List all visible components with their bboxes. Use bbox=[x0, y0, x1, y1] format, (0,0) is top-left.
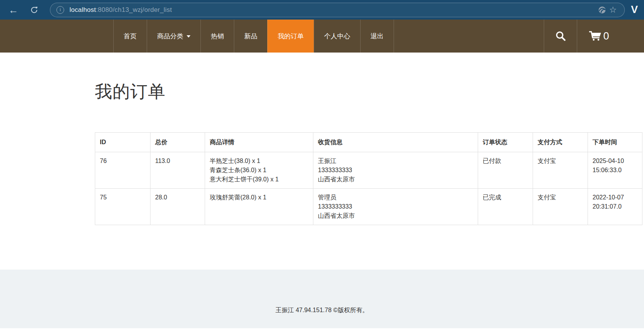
order-payment: 支付宝 bbox=[533, 189, 588, 225]
browser-reload-button[interactable] bbox=[28, 4, 40, 16]
order-item-line: 玫瑰舒芙蕾(28.0) x 1 bbox=[210, 193, 308, 202]
col-header-items: 商品详情 bbox=[205, 133, 313, 152]
url-host: localhost bbox=[70, 6, 96, 13]
order-items: 玫瑰舒芙蕾(28.0) x 1 bbox=[205, 189, 313, 225]
reload-icon bbox=[30, 6, 38, 14]
copyright-text: 王振江 47.94.151.78 ©版权所有。 bbox=[0, 270, 644, 314]
order-clock: 15:06:33.0 bbox=[593, 166, 637, 175]
order-row: 75 28.0 玫瑰舒芙蕾(28.0) x 1 管理员 1333333333 山… bbox=[95, 189, 642, 225]
search-icon bbox=[555, 30, 566, 42]
nav-item-home[interactable]: 首页 bbox=[113, 20, 147, 53]
nav-item-new[interactable]: 新品 bbox=[234, 20, 267, 53]
bottom-strip bbox=[0, 328, 644, 334]
nav-label: 首页 bbox=[124, 32, 137, 41]
nav-item-my-orders[interactable]: 我的订单 bbox=[267, 20, 314, 53]
bookmark-star-icon[interactable]: ☆ bbox=[608, 5, 618, 15]
order-status: 已付款 bbox=[478, 152, 533, 189]
cart-icon bbox=[589, 30, 603, 42]
back-arrow-icon: ← bbox=[8, 5, 18, 15]
col-header-time: 下单时间 bbox=[588, 133, 642, 152]
receiver-phone: 1333333333 bbox=[318, 166, 473, 175]
caret-down-icon bbox=[187, 35, 190, 39]
col-header-payment: 支付方式 bbox=[533, 133, 588, 152]
order-date: 2025-04-10 bbox=[593, 156, 637, 166]
browser-toolbar: ← i localhost:8080/ch13_wzj/order_list ☆… bbox=[0, 0, 644, 20]
orders-header-row: ID 总价 商品详情 收货信息 订单状态 支付方式 下单时间 bbox=[95, 133, 642, 152]
address-bar[interactable]: i localhost:8080/ch13_wzj/order_list ☆ bbox=[50, 3, 625, 17]
nav-item-hot[interactable]: 热销 bbox=[200, 20, 234, 53]
order-id: 76 bbox=[95, 152, 151, 189]
order-time: 2025-04-10 15:06:33.0 bbox=[588, 152, 642, 189]
receiver-name: 王振江 bbox=[318, 156, 473, 166]
order-time: 2022-10-07 20:31:07.0 bbox=[588, 189, 642, 225]
page-title: 我的订单 bbox=[95, 53, 642, 103]
browser-back-button[interactable]: ← bbox=[8, 4, 19, 16]
col-header-status: 订单状态 bbox=[478, 133, 533, 152]
nav-item-profile[interactable]: 个人中心 bbox=[314, 20, 360, 53]
order-total: 113.0 bbox=[151, 152, 205, 189]
nav-label: 新品 bbox=[244, 32, 257, 41]
search-button[interactable] bbox=[544, 20, 577, 53]
nav-label: 个人中心 bbox=[324, 32, 350, 41]
order-row: 76 113.0 半熟芝士(38.0) x 1 青森芝士条(36.0) x 1 … bbox=[95, 152, 642, 189]
page-url: localhost:8080/ch13_wzj/order_list bbox=[70, 6, 172, 14]
extension-swirl-icon[interactable] bbox=[597, 5, 608, 15]
nav-label: 退出 bbox=[371, 32, 384, 41]
orders-table: ID 总价 商品详情 收货信息 订单状态 支付方式 下单时间 76 113.0 … bbox=[95, 132, 642, 225]
order-clock: 20:31:07.0 bbox=[593, 202, 637, 211]
cart-button[interactable]: 0 bbox=[577, 20, 644, 53]
order-payment: 支付宝 bbox=[533, 152, 588, 189]
order-item-line: 青森芝士条(36.0) x 1 bbox=[210, 166, 308, 175]
order-item-line: 半熟芝士(38.0) x 1 bbox=[210, 156, 308, 166]
order-receiver: 王振江 1333333333 山西省太原市 bbox=[313, 152, 478, 189]
order-total: 28.0 bbox=[151, 189, 205, 225]
nav-item-logout[interactable]: 退出 bbox=[360, 20, 394, 53]
nav-item-categories[interactable]: 商品分类 bbox=[147, 20, 200, 53]
page-footer: 王振江 47.94.151.78 ©版权所有。 bbox=[0, 270, 644, 328]
order-status: 已完成 bbox=[478, 189, 533, 225]
receiver-address: 山西省太原市 bbox=[318, 211, 473, 220]
col-header-id: ID bbox=[95, 133, 151, 152]
order-item-line: 意大利芝士饼干(39.0) x 1 bbox=[210, 175, 308, 184]
url-path: :8080/ch13_wzj/order_list bbox=[96, 6, 172, 13]
col-header-total: 总价 bbox=[151, 133, 205, 152]
col-header-receiver: 收货信息 bbox=[313, 133, 478, 152]
order-receiver: 管理员 1333333333 山西省太原市 bbox=[313, 189, 478, 225]
order-date: 2022-10-07 bbox=[593, 193, 637, 202]
receiver-phone: 1333333333 bbox=[318, 202, 473, 211]
cart-count-badge: 0 bbox=[603, 31, 609, 41]
order-items: 半熟芝士(38.0) x 1 青森芝士条(36.0) x 1 意大利芝士饼干(3… bbox=[205, 152, 313, 189]
site-info-icon[interactable]: i bbox=[56, 6, 64, 14]
nav-label: 热销 bbox=[211, 32, 224, 41]
receiver-name: 管理员 bbox=[318, 193, 473, 202]
browser-logo: V bbox=[625, 4, 644, 16]
main-navbar: 首页 商品分类 热销 新品 我的订单 个人中心 退出 bbox=[0, 20, 644, 53]
order-id: 75 bbox=[95, 189, 151, 225]
receiver-address: 山西省太原市 bbox=[318, 175, 473, 184]
main-content: 我的订单 ID 总价 商品详情 收货信息 订单状态 支付方式 下单时间 bbox=[0, 53, 644, 270]
nav-label: 商品分类 bbox=[157, 32, 183, 41]
nav-label: 我的订单 bbox=[278, 32, 304, 41]
